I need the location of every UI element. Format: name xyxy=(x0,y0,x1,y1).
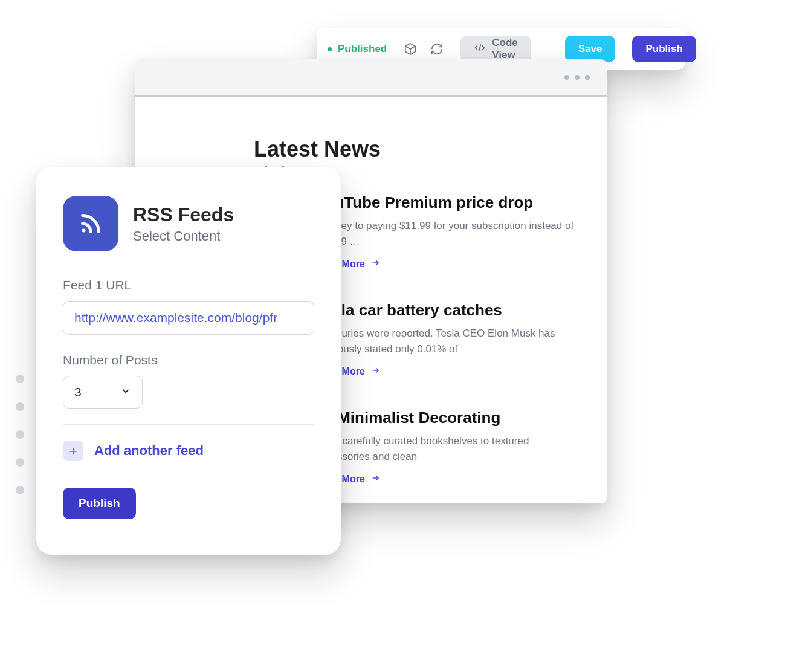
article-title: YouTube Premium price drop xyxy=(315,193,580,212)
add-feed-button[interactable]: ＋ Add another feed xyxy=(63,441,314,461)
plus-icon: ＋ xyxy=(63,441,83,461)
posts-count-select[interactable]: 3 xyxy=(63,376,143,409)
feed-url-label: Feed 1 URL xyxy=(63,278,314,292)
divider xyxy=(63,424,314,425)
feed-url-input[interactable] xyxy=(63,301,314,335)
card-subtitle: Select Content xyxy=(133,228,234,244)
publish-status: Published xyxy=(328,43,387,55)
publish-button[interactable]: Publish xyxy=(632,36,696,62)
code-icon xyxy=(474,42,486,57)
rss-settings-card: RSS Feeds Select Content Feed 1 URL Numb… xyxy=(36,167,341,555)
svg-point-4 xyxy=(82,228,85,232)
package-icon[interactable] xyxy=(404,42,417,56)
refresh-icon[interactable] xyxy=(430,42,444,56)
article-excerpt: No injuries were reported. Tesla CEO Elo… xyxy=(315,326,580,358)
decorative-dots xyxy=(16,375,24,494)
posts-count-value: 3 xyxy=(74,385,82,399)
chevron-down-icon xyxy=(120,385,131,399)
save-button[interactable]: Save xyxy=(565,36,616,62)
status-label: Published xyxy=(338,43,387,55)
article-title: Tesla car battery catches xyxy=(315,301,580,320)
window-dot-icon xyxy=(575,75,580,80)
card-title: RSS Feeds xyxy=(133,204,234,226)
code-view-label: Code View xyxy=(492,37,518,61)
add-feed-label: Add another feed xyxy=(94,443,204,459)
window-dot-icon xyxy=(585,75,590,80)
article-excerpt: From carefully curated bookshelves to te… xyxy=(315,433,580,465)
card-publish-button[interactable]: Publish xyxy=(63,488,136,519)
svg-line-0 xyxy=(479,44,481,51)
rss-icon xyxy=(63,196,118,251)
status-dot-icon xyxy=(328,47,332,51)
code-view-toggle[interactable]: Code View xyxy=(460,36,531,62)
posts-count-label: Number of Posts xyxy=(63,353,314,367)
article-title: 17 Minimalist Decorating xyxy=(315,409,580,427)
arrow-right-icon xyxy=(371,259,381,270)
window-titlebar xyxy=(135,59,607,97)
article-excerpt: The key to paying $11.99 for your subscr… xyxy=(315,218,580,250)
window-dot-icon xyxy=(564,75,569,80)
arrow-right-icon xyxy=(371,366,381,377)
arrow-right-icon xyxy=(371,474,381,485)
preview-heading: Latest News xyxy=(254,137,580,162)
